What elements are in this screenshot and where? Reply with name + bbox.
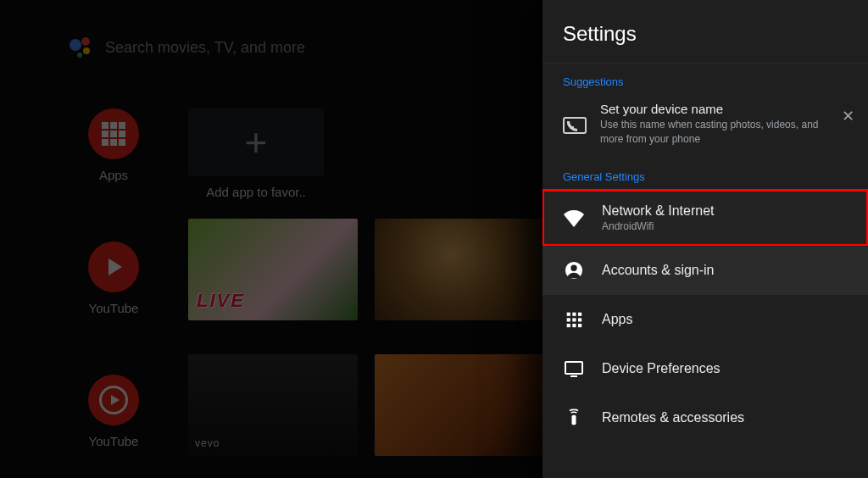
wifi-icon (563, 207, 585, 229)
youtube-label-2: YouTube (89, 434, 139, 448)
tv-icon (563, 358, 585, 380)
content-card[interactable]: LIVE (188, 219, 358, 320)
svg-rect-3 (572, 312, 576, 315)
svg-rect-10 (578, 324, 581, 327)
content-row-1: LIVE (188, 219, 544, 320)
section-general: General Settings (542, 158, 868, 190)
apps-grid-icon (563, 308, 585, 331)
svg-rect-2 (567, 312, 570, 315)
settings-item-label: Network & Internet (602, 203, 715, 219)
svg-point-1 (570, 264, 576, 270)
launcher-left-column: Apps YouTube YouTube (63, 108, 164, 448)
settings-item-label: Accounts & sign-in (602, 263, 715, 278)
add-favorite-card: + (188, 108, 324, 176)
youtube-icon (88, 242, 139, 292)
youtube-launcher[interactable]: YouTube (88, 242, 139, 315)
content-card[interactable] (375, 219, 544, 320)
suggestion-title: Set your device name (600, 102, 821, 116)
settings-item-remotes[interactable]: Remotes & accessories (542, 393, 868, 442)
suggestion-subtitle: Use this name when casting photos, video… (600, 118, 821, 147)
close-icon[interactable]: ✕ (842, 107, 854, 125)
live-badge: LIVE (197, 290, 245, 312)
settings-item-device-preferences[interactable]: Device Preferences (542, 344, 868, 393)
settings-list: Suggestions Set your device name Use thi… (542, 64, 868, 478)
vevo-badge: vevo (195, 437, 220, 449)
content-card[interactable] (375, 354, 544, 456)
suggestion-set-device-name[interactable]: Set your device name Use this name when … (542, 95, 868, 158)
settings-item-accounts[interactable]: Accounts & sign-in (542, 246, 868, 295)
svg-rect-8 (567, 324, 570, 327)
settings-item-sub: AndroidWifi (602, 220, 715, 232)
svg-rect-6 (572, 318, 576, 321)
content-card[interactable]: vevo (188, 354, 358, 456)
youtube-label: YouTube (89, 301, 139, 315)
settings-item-label: Remotes & accessories (602, 410, 744, 425)
add-favorite-label: Add app to favor.. (188, 185, 324, 199)
section-suggestions: Suggestions (542, 64, 868, 95)
content-row-2: vevo (188, 354, 544, 456)
cast-icon (563, 117, 587, 134)
search-placeholder: Search movies, TV, and more (105, 39, 305, 57)
settings-item-apps[interactable]: Apps (542, 295, 868, 344)
svg-rect-9 (572, 324, 576, 327)
settings-item-label: Device Preferences (602, 361, 721, 376)
apps-icon (88, 108, 139, 159)
settings-item-label: Apps (602, 312, 632, 327)
plus-icon: + (245, 119, 268, 165)
svg-rect-4 (578, 312, 581, 315)
youtube-ring-icon (88, 375, 139, 425)
add-favorite-tile[interactable]: + Add app to favor.. (188, 108, 324, 199)
svg-rect-7 (578, 318, 581, 321)
settings-item-network[interactable]: Network & Internet AndroidWifi (542, 190, 868, 246)
svg-rect-11 (565, 362, 582, 374)
android-tv-screen: Search movies, TV, and more Apps YouTube… (0, 0, 868, 478)
google-assistant-icon (68, 36, 92, 59)
svg-rect-5 (567, 318, 570, 321)
remote-icon (563, 407, 585, 429)
account-icon (563, 259, 585, 281)
youtube-launcher-2[interactable]: YouTube (88, 375, 139, 448)
settings-panel: Settings Suggestions Set your device nam… (542, 0, 868, 478)
svg-rect-12 (570, 375, 577, 377)
settings-title: Settings (542, 0, 868, 64)
apps-label: Apps (99, 168, 128, 182)
apps-launcher[interactable]: Apps (88, 108, 139, 182)
search-bar[interactable]: Search movies, TV, and more (68, 36, 305, 59)
svg-rect-13 (572, 414, 576, 425)
